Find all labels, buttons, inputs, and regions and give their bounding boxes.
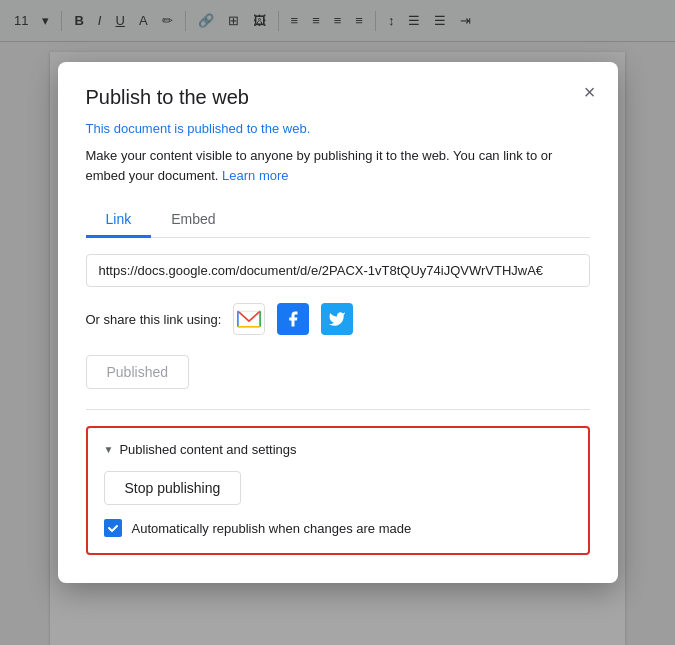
stop-publishing-button[interactable]: Stop publishing <box>104 471 242 505</box>
share-facebook-icon[interactable] <box>277 303 309 335</box>
published-button: Published <box>86 355 190 389</box>
chevron-down-icon: ▼ <box>104 444 114 455</box>
share-gmail-icon[interactable] <box>233 303 265 335</box>
divider <box>86 409 590 410</box>
pub-section-header[interactable]: ▼ Published content and settings <box>104 442 572 457</box>
modal-description: Make your content visible to anyone by p… <box>86 146 590 185</box>
tabs-container: Link Embed <box>86 203 590 238</box>
auto-republish-row: Automatically republish when changes are… <box>104 519 572 537</box>
auto-republish-checkbox[interactable] <box>104 519 122 537</box>
publish-modal: Publish to the web × This document is pu… <box>58 62 618 583</box>
share-twitter-icon[interactable] <box>321 303 353 335</box>
pub-section: ▼ Published content and settings Stop pu… <box>86 426 590 555</box>
share-row: Or share this link using: <box>86 303 590 335</box>
auto-republish-label: Automatically republish when changes are… <box>132 521 412 536</box>
modal-overlay: Publish to the web × This document is pu… <box>0 0 675 645</box>
close-button[interactable]: × <box>580 78 600 106</box>
tab-link[interactable]: Link <box>86 203 152 238</box>
learn-more-link[interactable]: Learn more <box>222 168 288 183</box>
tab-embed[interactable]: Embed <box>151 203 235 238</box>
link-input[interactable] <box>86 254 590 287</box>
share-label: Or share this link using: <box>86 312 222 327</box>
published-notice: This document is published to the web. <box>86 121 590 136</box>
pub-section-title-text: Published content and settings <box>119 442 296 457</box>
modal-title: Publish to the web <box>86 86 590 109</box>
